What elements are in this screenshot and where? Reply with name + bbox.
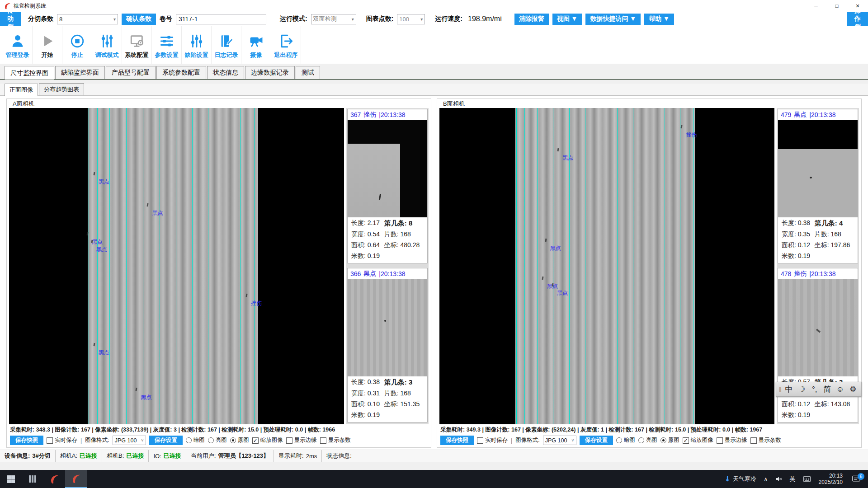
tab-status-info[interactable]: 状态信息 — [207, 66, 244, 79]
taskbar-clock[interactable]: 20:13 2025/2/10 — [815, 473, 846, 485]
tab-defect-monitoring[interactable]: 缺陷监控界面 — [55, 66, 105, 79]
slit-boundary-line — [126, 108, 127, 424]
save-snapshot-button[interactable]: 保存快照 — [10, 436, 43, 445]
slit-boundary-line — [208, 108, 208, 424]
defect-label: 挫伤 — [251, 300, 262, 307]
notification-center-button[interactable]: 6 — [847, 470, 865, 488]
defect-label: 黑点 — [550, 244, 561, 252]
original-image-radio[interactable]: 原图 — [660, 436, 679, 444]
confirm-count-button[interactable]: 确认条数 — [122, 14, 156, 25]
camera-a-status-line: 采集耗时: 348.3 | 图像计数: 167 | 像素坐标: (333,713… — [9, 424, 429, 435]
ime-simplified-toggle[interactable]: 简 — [822, 384, 833, 394]
action-start[interactable]: 开始 — [33, 26, 62, 64]
tab-product-model-config[interactable]: 产品型号配置 — [106, 66, 156, 79]
show-edge-checkbox[interactable]: 显示边缘 — [717, 436, 747, 444]
ime-punctuation-toggle[interactable]: °, — [809, 385, 820, 394]
zoom-image-checkbox[interactable]: 缩放图像 — [683, 436, 713, 444]
ime-emoji-icon[interactable]: ☺ — [835, 385, 845, 394]
subtab-front-image[interactable]: 正面图像 — [5, 84, 38, 96]
defect-card[interactable]: 479黑点|20:13:38 长度: 0.38 第几条: 4 宽度: 0.35 … — [778, 109, 858, 263]
roll-number-input[interactable] — [176, 14, 266, 24]
chart-points-dropdown[interactable]: 100▾ — [397, 14, 425, 24]
defect-card-header: 478挫伤|20:13:38 — [778, 268, 858, 279]
save-settings-button[interactable]: 保存设置 — [580, 436, 613, 445]
action-defect-settings[interactable]: 缺陷设置 — [182, 26, 212, 64]
subtab-distribution-chart[interactable]: 分布趋势图表 — [39, 83, 84, 95]
data-quick-access-menu-button[interactable]: 数据快捷访问 ▼ — [585, 14, 641, 25]
maximize-button[interactable]: □ — [826, 0, 847, 12]
ime-settings-gear-icon[interactable]: ⚙ — [848, 385, 859, 394]
tray-overflow-caret[interactable]: ∧ — [760, 470, 771, 488]
show-edge-checkbox[interactable]: 显示边缘 — [286, 436, 317, 444]
dark-image-radio[interactable]: 暗图 — [186, 436, 205, 444]
chevron-down-icon: ˅ — [138, 438, 144, 443]
video-camera-icon — [248, 33, 265, 50]
ime-fullwidth-icon[interactable]: ☽ — [796, 385, 807, 394]
image-format-label: 图像格式: — [85, 436, 109, 444]
run-mode-dropdown[interactable]: 双面检测▾ — [311, 14, 356, 24]
camera-image-a: 黑点黑点黑点黑点挫伤黑点黑点 — [9, 108, 344, 424]
slit-boundary-line — [524, 108, 525, 424]
original-image-radio[interactable]: 原图 — [230, 436, 249, 444]
action-record-video[interactable]: 摄像 — [241, 26, 271, 64]
image-format-dropdown[interactable]: JPG 100˅ — [543, 436, 576, 445]
tab-edge-data-record[interactable]: 边缘数据记录 — [245, 66, 295, 79]
operation-side-button[interactable]: 操作侧 — [847, 12, 868, 26]
defect-card-header: 479黑点|20:13:38 — [778, 109, 858, 120]
action-admin-login[interactable]: 管理登录 — [3, 26, 33, 64]
view-menu-button[interactable]: 视图 ▼ — [552, 14, 582, 25]
image-format-dropdown[interactable]: JPG 100˅ — [113, 436, 146, 445]
volume-muted-icon[interactable] — [772, 470, 786, 488]
show-strips-checkbox[interactable]: 显示条数 — [750, 436, 781, 444]
weather-widget[interactable]: 天气寒冷 — [721, 470, 760, 488]
slit-boundary-line — [97, 108, 98, 424]
realtime-save-checkbox[interactable]: 实时保存 — [477, 436, 508, 444]
defect-card[interactable]: 367挫伤|20:13:38 长度: 2.17 第几条: 8 宽度: 0.54 … — [347, 109, 428, 263]
current-user-value: 管理员【123-123】 — [218, 452, 269, 460]
slit-boundary-line — [224, 108, 224, 424]
taskbar-app-1[interactable] — [43, 470, 65, 488]
action-exit-program[interactable]: 退出程序 — [271, 26, 301, 64]
minimize-button[interactable]: ─ — [806, 0, 826, 12]
slit-count-dropdown[interactable]: 8▾ — [57, 14, 118, 24]
tab-size-monitoring[interactable]: 尺寸监控界面 — [5, 66, 54, 80]
action-stop[interactable]: 停止 — [62, 26, 92, 64]
start-button[interactable] — [0, 470, 22, 488]
defect-card[interactable]: 366黑点|20:13:38 长度: 0.38 第几条: 3 宽度: 0.31 … — [347, 268, 428, 422]
action-log-record[interactable]: 日志记录 — [212, 26, 241, 64]
show-strips-checkbox[interactable]: 显示条数 — [320, 436, 351, 444]
bright-image-radio[interactable]: 亮图 — [208, 436, 227, 444]
transmission-side-button[interactable]: 传动侧 — [0, 12, 21, 26]
defect-thumbnail — [778, 120, 858, 217]
display-time-value: 2ms — [306, 453, 317, 460]
clear-alarm-button[interactable]: 清除报警 — [514, 14, 549, 25]
action-parameter-settings[interactable]: 参数设置 — [152, 26, 182, 64]
action-system-config[interactable]: 系统配置 — [122, 26, 152, 64]
slit-boundary-line — [633, 108, 633, 424]
defect-thumbnail — [348, 279, 427, 376]
touch-keyboard-icon[interactable] — [800, 470, 814, 488]
camera-a-label: 相机A: — [60, 452, 77, 460]
defect-card[interactable]: 478挫伤|20:13:38 长度: 0.57 第几条: 3 宽度: 0.21 … — [778, 268, 858, 422]
defect-thumbnail — [348, 120, 427, 217]
zoom-image-checkbox[interactable]: 缩放图像 — [252, 436, 283, 444]
slit-boundary-line — [680, 108, 680, 424]
save-snapshot-button[interactable]: 保存快照 — [440, 436, 474, 445]
chevron-down-icon: ▾ — [111, 17, 116, 22]
ime-language-indicator[interactable]: 英 — [787, 470, 799, 488]
device-info-value: 3#分切 — [32, 452, 50, 460]
dark-image-radio[interactable]: 暗图 — [616, 436, 635, 444]
tab-test[interactable]: 测试 — [296, 66, 320, 79]
tab-system-param-config[interactable]: 系统参数配置 — [156, 66, 206, 79]
save-settings-button[interactable]: 保存设置 — [149, 436, 183, 445]
ime-mode-toggle[interactable]: 中 — [783, 384, 794, 394]
realtime-save-checkbox[interactable]: 实时保存 — [47, 436, 77, 444]
panel-a-title: A面相机 — [11, 100, 36, 108]
action-debug-mode[interactable]: 调试模式 — [92, 26, 122, 64]
drag-handle-icon[interactable]: ‖ — [779, 386, 782, 393]
task-view-button[interactable] — [22, 470, 43, 488]
taskbar-app-2-active[interactable] — [65, 470, 87, 488]
bright-image-radio[interactable]: 亮图 — [638, 436, 657, 444]
help-menu-button[interactable]: 帮助 ▼ — [644, 14, 674, 25]
slit-boundary-line — [240, 108, 241, 424]
